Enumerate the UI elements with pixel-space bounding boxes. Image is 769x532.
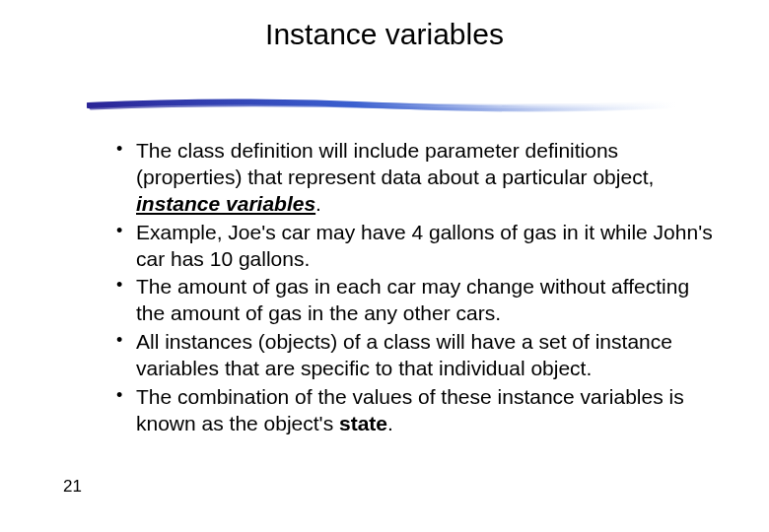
- bullet-list: The class definition will include parame…: [116, 138, 718, 437]
- bullet-text-segment: Example, Joe's car may have 4 gallons of…: [136, 221, 713, 270]
- bullet-text-segment: The class definition will include parame…: [136, 139, 654, 188]
- bullet-item: The amount of gas in each car may change…: [116, 274, 718, 327]
- bullet-item: Example, Joe's car may have 4 gallons of…: [116, 220, 718, 273]
- bullet-text-segment: .: [387, 412, 393, 434]
- bullet-text-segment: The amount of gas in each car may change…: [136, 275, 689, 324]
- bullet-text-segment: .: [315, 192, 321, 215]
- page-number: 21: [63, 477, 82, 497]
- bullet-item: The class definition will include parame…: [116, 138, 718, 218]
- slide-title: Instance variables: [0, 18, 769, 51]
- bullet-text-segment: All instances (objects) of a class will …: [136, 330, 672, 379]
- bullet-text-segment: instance variables: [136, 192, 315, 215]
- content-area: The class definition will include parame…: [116, 138, 718, 439]
- bullet-text-segment: The combination of the values of these i…: [136, 385, 684, 434]
- bullet-item: The combination of the values of these i…: [116, 384, 718, 437]
- divider-brush-stroke: [87, 97, 678, 114]
- bullet-text-segment: state: [339, 412, 387, 434]
- slide: Instance variables The class definition …: [0, 0, 769, 532]
- bullet-item: All instances (objects) of a class will …: [116, 329, 718, 382]
